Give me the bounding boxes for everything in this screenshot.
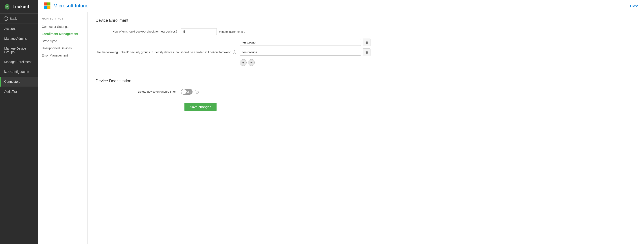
toggle-help-icon[interactable]: ? (195, 90, 199, 94)
delete-on-unenroll-label: Delete device on unenrollment (96, 90, 181, 94)
groups-inputs: 🗑 🗑 + (240, 38, 370, 66)
save-button-container: Save changes (96, 99, 636, 111)
save-changes-button[interactable]: Save changes (184, 103, 216, 111)
check-frequency-input[interactable] (181, 28, 217, 35)
delete-on-unenroll-row: Delete device on unenrollment OFF ? (96, 89, 636, 95)
group-1-row: 🗑 (240, 38, 370, 46)
device-enrollment-section: Device Enrollment How often should Looko… (96, 18, 636, 66)
back-label: Back (10, 17, 17, 20)
sidebar: Lookout ‹ Back Account Manage Admins Man… (0, 0, 38, 244)
section-divider (96, 73, 636, 73)
header-title: Microsoft Intune (54, 3, 89, 9)
device-deactivation-section: Device Deactivation Delete device on une… (96, 79, 636, 111)
group-2-input[interactable] (240, 49, 361, 56)
group-1-input[interactable] (240, 39, 361, 46)
sub-nav-section-label: MAIN SETTINGS (42, 17, 84, 20)
frequency-suffix: minute increments ? (219, 30, 245, 33)
sidebar-item-audit-trail[interactable]: Audit Trail (0, 87, 38, 96)
group-2-row: 🗑 (240, 48, 370, 56)
group-2-delete-button[interactable]: 🗑 (363, 48, 370, 56)
deactivation-section-title: Device Deactivation (96, 79, 636, 83)
add-icon: + (242, 60, 244, 65)
toggle-state-label: OFF (186, 90, 192, 93)
svg-rect-3 (44, 6, 47, 9)
back-arrow-icon: ‹ (4, 16, 8, 21)
close-button[interactable]: Close (630, 4, 638, 8)
top-header: Microsoft Intune Close (38, 0, 644, 12)
remove-group-button[interactable]: − (248, 59, 255, 66)
check-frequency-row: How often should Lookout check for new d… (96, 28, 636, 35)
sidebar-logo: Lookout (0, 0, 38, 14)
sub-nav-connector-settings[interactable]: Connector Settings (42, 23, 84, 30)
sidebar-item-connectors[interactable]: Connectors (0, 77, 38, 87)
group-1-delete-button[interactable]: 🗑 (363, 38, 370, 46)
toggle-container: OFF ? (181, 89, 199, 95)
add-remove-row: + − (240, 59, 370, 66)
svg-rect-4 (47, 6, 50, 9)
lookout-logo-icon (4, 3, 11, 10)
back-button[interactable]: ‹ Back (0, 14, 38, 24)
microsoft-logo-icon (44, 2, 51, 9)
add-group-button[interactable]: + (240, 59, 246, 66)
groups-label-row: Use the following Entra ID security grou… (96, 38, 636, 66)
sub-nav-error-management[interactable]: Error Management (42, 52, 84, 59)
enrollment-section-title: Device Enrollment (96, 18, 636, 23)
sidebar-item-ios-configuration[interactable]: iOS Configuration (0, 67, 38, 77)
sidebar-item-manage-enrollment[interactable]: Manage Enrollment (0, 57, 38, 67)
sub-nav: MAIN SETTINGS Connector Settings Enrollm… (38, 12, 88, 244)
content-area: MAIN SETTINGS Connector Settings Enrollm… (38, 12, 644, 244)
delete-1-icon: 🗑 (365, 41, 368, 44)
toggle-thumb (181, 89, 186, 94)
sub-nav-unsupported-devices[interactable]: Unsupported Devices (42, 45, 84, 52)
settings-panel: Device Enrollment How often should Looko… (88, 12, 644, 244)
sidebar-item-account[interactable]: Account (0, 24, 38, 34)
main-content: Microsoft Intune Close MAIN SETTINGS Con… (38, 0, 644, 244)
remove-icon: − (250, 60, 252, 65)
groups-help-icon[interactable]: ? (233, 50, 236, 54)
groups-label: Use the following Entra ID security grou… (96, 50, 240, 54)
sub-nav-enrollment-management[interactable]: Enrollment Management (42, 30, 84, 37)
check-frequency-label: How often should Lookout check for new d… (96, 30, 181, 34)
delete-2-icon: 🗑 (365, 50, 368, 54)
sidebar-nav: Account Manage Admins Manage Device Grou… (0, 24, 38, 244)
header-left: Microsoft Intune (44, 2, 89, 9)
svg-rect-1 (44, 2, 47, 5)
sub-nav-state-sync[interactable]: State Sync (42, 37, 84, 45)
delete-toggle[interactable]: OFF (181, 89, 192, 95)
frequency-help-icon[interactable]: ? (244, 30, 245, 33)
sidebar-item-manage-device-groups[interactable]: Manage Device Groups (0, 43, 38, 57)
sidebar-item-manage-admins[interactable]: Manage Admins (0, 34, 38, 43)
logo-text: Lookout (12, 4, 29, 9)
svg-rect-2 (47, 2, 50, 5)
